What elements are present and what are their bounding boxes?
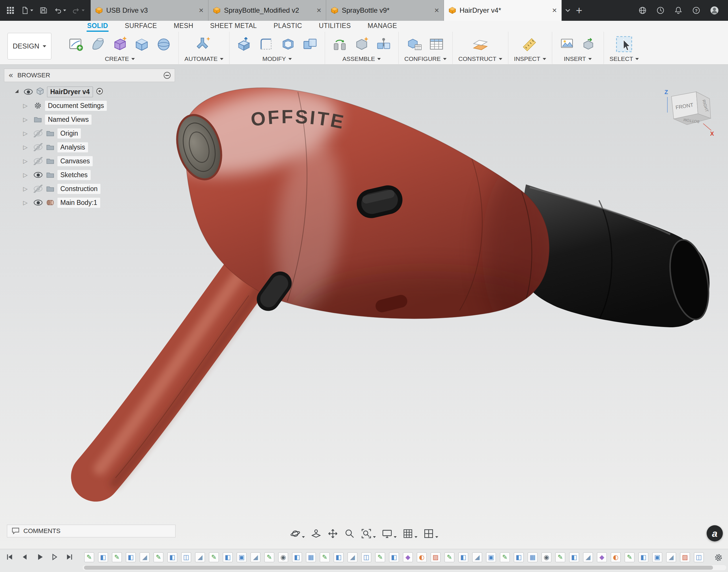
group-label-construct[interactable]: CONSTRUCT: [458, 55, 502, 64]
timeline-feature-icon[interactable]: ◫: [181, 552, 191, 562]
measure-icon[interactable]: [521, 35, 539, 53]
pan-button[interactable]: [327, 528, 338, 539]
file-menu-button[interactable]: [18, 3, 35, 18]
timeline-feature-icon[interactable]: ◢: [472, 552, 482, 562]
press-pull-icon[interactable]: [235, 35, 253, 53]
timeline-feature-icon[interactable]: ◢: [195, 552, 205, 562]
timeline-feature-icon[interactable]: ◧: [334, 552, 343, 562]
timeline-feature-icon[interactable]: ◧: [126, 552, 136, 562]
timeline-feature-icon[interactable]: ✎: [153, 552, 163, 562]
job-status-clock-icon[interactable]: [654, 3, 667, 18]
timeline-feature-icon[interactable]: ✎: [500, 552, 510, 562]
timeline-scrollbar-thumb[interactable]: [84, 566, 713, 570]
group-label-inspect[interactable]: INSPECT: [514, 55, 546, 64]
visibility-eye-icon[interactable]: [33, 129, 43, 137]
display-settings-button[interactable]: [382, 528, 397, 539]
tab-close-icon[interactable]: ×: [552, 6, 557, 14]
comments-bar[interactable]: COMMENTS: [7, 525, 176, 538]
group-label-configure[interactable]: CONFIGURE: [404, 55, 447, 64]
ribbon-tab[interactable]: UTILITIES: [318, 21, 351, 32]
timeline-feature-icon[interactable]: ▦: [306, 552, 316, 562]
timeline-feature-icon[interactable]: ▣: [486, 552, 496, 562]
fillet-icon[interactable]: [257, 35, 275, 53]
loft-icon[interactable]: [89, 35, 107, 53]
new-tab-button[interactable]: +: [574, 3, 584, 18]
insert-canvas-icon[interactable]: [558, 35, 576, 53]
undo-button[interactable]: [51, 3, 68, 18]
group-label-assemble[interactable]: ASSEMBLE: [342, 55, 381, 64]
timeline-feature-icon[interactable]: ◧: [569, 552, 579, 562]
browser-item-row[interactable]: ▷: [4, 168, 175, 182]
timeline-go-to-start-button[interactable]: [3, 552, 16, 563]
extensions-globe-icon[interactable]: [636, 3, 650, 18]
browser-item-row[interactable]: ▷: [4, 126, 175, 140]
configure-icon[interactable]: [406, 35, 423, 53]
select-cursor-icon[interactable]: [614, 34, 634, 54]
timeline-settings-gear-icon[interactable]: [714, 553, 723, 564]
create-sketch-icon[interactable]: [67, 35, 85, 53]
tab-close-icon[interactable]: ×: [435, 6, 439, 14]
app-grid-icon[interactable]: [4, 3, 17, 18]
timeline-feature-icon[interactable]: ▦: [528, 552, 537, 562]
save-button[interactable]: [37, 3, 50, 18]
document-tab[interactable]: HairDryer v4* ×: [444, 0, 562, 21]
user-avatar[interactable]: [707, 3, 722, 18]
root-visibility-eye-icon[interactable]: [23, 88, 33, 96]
workspace-switcher-design[interactable]: DESIGN: [7, 33, 51, 60]
browser-root-row[interactable]: HairDryer v4: [4, 85, 175, 99]
zoom-button[interactable]: [344, 528, 355, 539]
timeline-go-to-end-button[interactable]: [64, 552, 76, 563]
activate-component-radio-icon[interactable]: [95, 87, 104, 96]
timeline-feature-icon[interactable]: ◧: [223, 552, 233, 562]
construction-plane-icon[interactable]: [471, 35, 489, 53]
ribbon-tab[interactable]: SHEET METAL: [210, 21, 258, 32]
rigid-group-icon[interactable]: [375, 35, 393, 53]
redo-button[interactable]: [70, 3, 86, 18]
timeline-feature-icon[interactable]: ◢: [251, 552, 260, 562]
help-icon[interactable]: ?: [689, 3, 703, 18]
ribbon-tab[interactable]: PLASTIC: [273, 21, 303, 32]
timeline-feature-icon[interactable]: ◧: [292, 552, 302, 562]
visibility-eye-icon[interactable]: [33, 171, 43, 179]
expand-arrow-icon[interactable]: ▷: [23, 199, 30, 206]
browser-item-row[interactable]: ▷: [4, 113, 175, 126]
root-expand-arrow-icon[interactable]: [13, 88, 21, 96]
visibility-eye-icon[interactable]: [33, 185, 43, 193]
timeline-feature-icon[interactable]: ◐: [417, 552, 426, 562]
insert-derive-icon[interactable]: [580, 35, 598, 53]
expand-arrow-icon[interactable]: ▷: [23, 171, 30, 178]
visibility-eye-icon[interactable]: [33, 157, 43, 165]
expand-arrow-icon[interactable]: ▷: [23, 130, 30, 137]
timeline-feature-icon[interactable]: ◧: [514, 552, 524, 562]
browser-minimize-icon[interactable]: [164, 72, 171, 79]
shell-icon[interactable]: [279, 35, 297, 53]
timeline-feature-icon[interactable]: ▣: [237, 552, 247, 562]
configuration-table-icon[interactable]: [427, 35, 445, 53]
timeline-feature-icon[interactable]: ◧: [98, 552, 108, 562]
browser-item-row[interactable]: ▷: [4, 196, 175, 210]
timeline-step-back-button[interactable]: [18, 552, 30, 563]
tab-list-chevron-icon[interactable]: [562, 3, 574, 18]
timeline-feature-icon[interactable]: ✎: [375, 552, 385, 562]
timeline-feature-icon[interactable]: ✎: [264, 552, 274, 562]
primitive-box-icon[interactable]: [133, 35, 151, 53]
document-tab[interactable]: SprayBottle_Modified v2 ×: [208, 0, 326, 21]
browser-item-row[interactable]: ▷: [4, 140, 175, 154]
new-component-icon[interactable]: [353, 35, 371, 53]
timeline-feature-icon[interactable]: ✎: [555, 552, 565, 562]
automate-icon[interactable]: [195, 35, 213, 53]
ribbon-tab[interactable]: SOLID: [86, 21, 109, 32]
assistant-badge[interactable]: a: [707, 525, 723, 542]
visibility-eye-icon[interactable]: [33, 143, 43, 151]
group-label-insert[interactable]: INSERT: [564, 55, 592, 64]
joint-icon[interactable]: [331, 35, 349, 53]
timeline-feature-icon[interactable]: ◧: [458, 552, 468, 562]
timeline-feature-icon[interactable]: ✎: [84, 552, 94, 562]
viewport-canvas[interactable]: OFFSITE « BROWSER HairDryer v4: [0, 65, 728, 549]
timeline-step-forward-button[interactable]: [49, 552, 61, 563]
timeline-scrollbar[interactable]: [82, 565, 726, 570]
timeline-feature-icon[interactable]: ✎: [209, 552, 219, 562]
expand-arrow-icon[interactable]: ▷: [23, 185, 30, 192]
timeline-feature-icon[interactable]: ◢: [140, 552, 149, 562]
group-label-modify[interactable]: MODIFY: [262, 55, 292, 64]
